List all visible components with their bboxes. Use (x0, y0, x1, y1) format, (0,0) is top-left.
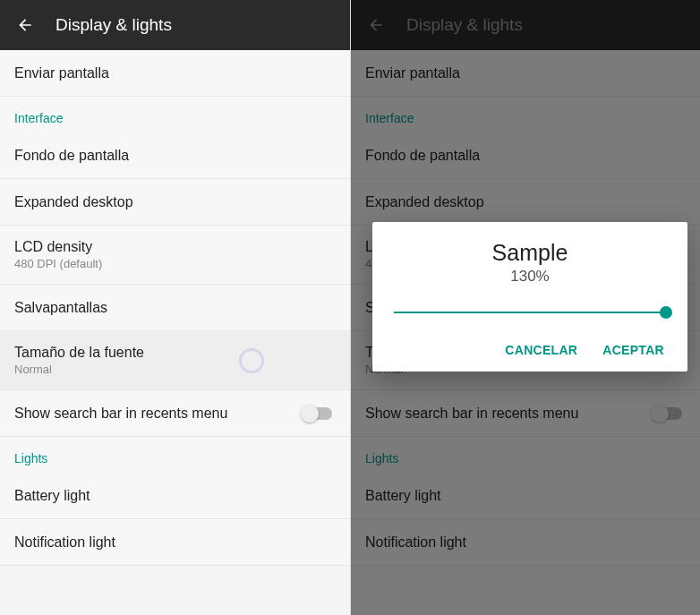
item-label: Salvapantallas (14, 300, 336, 316)
font-size-dialog: Sample 130% Cancelar Aceptar (372, 222, 687, 372)
item-lcd-density[interactable]: LCD density 480 DPI (default) (0, 226, 350, 285)
item-label: Battery light (14, 488, 336, 504)
accept-button[interactable]: Aceptar (602, 343, 664, 357)
item-notification-light[interactable]: Notification light (0, 519, 350, 566)
item-label: Enviar pantalla (14, 65, 336, 81)
section-header-interface: Interface (0, 97, 350, 132)
item-sublabel: Normal (14, 363, 239, 376)
item-label: Notification light (14, 534, 336, 551)
back-arrow-icon[interactable] (16, 16, 34, 34)
item-label: Fondo de pantalla (14, 148, 336, 164)
dialog-title: Sample (390, 240, 670, 266)
item-tamano-fuente[interactable]: Tamaño de la fuente Normal (0, 331, 350, 390)
left-screen: Display & lights Enviar pantalla Interfa… (0, 0, 350, 615)
loading-spinner-icon (239, 348, 264, 373)
slider-track (394, 312, 666, 313)
font-size-slider[interactable] (394, 302, 666, 323)
item-label: Tamaño de la fuente (14, 345, 239, 361)
settings-list: Enviar pantalla Interface Fondo de panta… (0, 50, 350, 566)
item-expanded-desktop[interactable]: Expanded desktop (0, 179, 350, 226)
item-show-search-bar[interactable]: Show search bar in recents menu (0, 390, 350, 437)
item-salvapantallas[interactable]: Salvapantallas (0, 285, 350, 331)
item-sublabel: 480 DPI (default) (14, 257, 336, 270)
item-label: LCD density (14, 239, 336, 255)
section-header-lights: Lights (0, 437, 350, 473)
app-bar: Display & lights (0, 0, 350, 50)
slider-thumb-icon[interactable] (660, 306, 672, 319)
dialog-actions: Cancelar Aceptar (390, 334, 670, 363)
item-label: Show search bar in recents menu (14, 406, 302, 422)
item-enviar-pantalla[interactable]: Enviar pantalla (0, 50, 350, 97)
cancel-button[interactable]: Cancelar (505, 343, 577, 357)
right-screen: Display & lights Enviar pantalla Interfa… (350, 0, 700, 615)
page-title: Display & lights (55, 15, 172, 35)
toggle-switch[interactable] (302, 407, 332, 420)
item-battery-light[interactable]: Battery light (0, 473, 350, 519)
item-label: Expanded desktop (14, 194, 336, 210)
dialog-percent: 130% (390, 268, 670, 286)
item-fondo-pantalla[interactable]: Fondo de pantalla (0, 132, 350, 179)
